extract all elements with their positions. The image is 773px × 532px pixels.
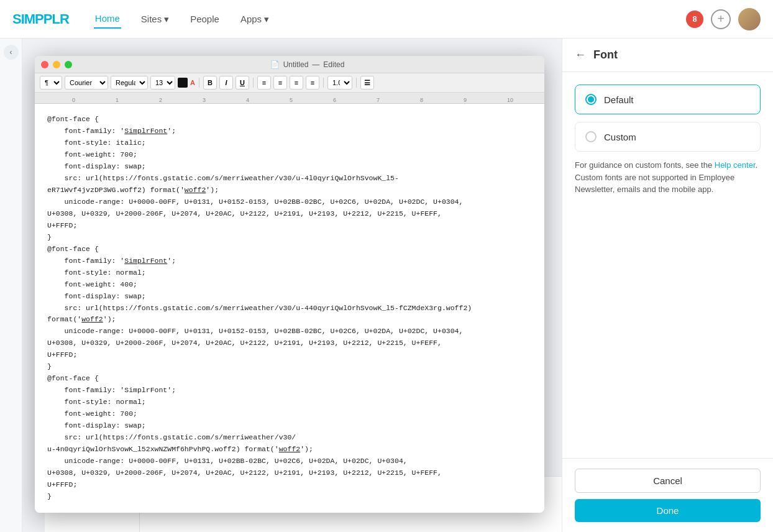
radio-dot (588, 96, 594, 103)
font-panel: ← Font Default Custom For guidance on cu… (562, 39, 773, 532)
top-navigation: SIMPPLR Home Sites ▾ People Apps ▾ 8 + (0, 0, 773, 39)
editor-filename: Untitled (283, 60, 309, 69)
main-area: ‹ 📄 Untitled — Edited ¶ (0, 39, 773, 532)
app-logo: SIMPPLR (12, 11, 69, 27)
editor-content[interactable]: @font-face { font-family: 'SimplrFont'; … (35, 104, 544, 513)
panel-header: ← Font (562, 39, 773, 72)
toolbar-divider-1 (199, 78, 199, 88)
nav-people[interactable]: People (189, 10, 221, 28)
text-editor-modal: 📄 Untitled — Edited ¶ Courier Regular (35, 56, 544, 513)
window-close-button[interactable] (41, 61, 48, 68)
chevron-down-icon: ▾ (264, 14, 269, 25)
help-note: Custom fonts are not supported in Employ… (575, 173, 734, 195)
editor-separator: — (312, 60, 319, 69)
text-color-btn[interactable]: A (190, 79, 195, 86)
ruler-marks: 0 1 2 3 4 5 6 7 8 9 10 (35, 93, 544, 103)
sidebar-toggle-button[interactable]: ‹ (4, 45, 19, 60)
add-button[interactable]: + (711, 9, 731, 29)
editor-title: 📄 Untitled — Edited (270, 60, 345, 69)
help-center-link[interactable]: Help center (715, 160, 756, 170)
editor-ruler: 0 1 2 3 4 5 6 7 8 9 10 (35, 93, 544, 104)
panel-footer: Cancel Done (562, 458, 773, 532)
avatar[interactable] (738, 8, 761, 30)
done-button[interactable]: Done (575, 499, 761, 522)
editor-status: Edited (323, 60, 344, 69)
window-maximize-button[interactable] (65, 61, 72, 68)
help-text-suffix: . (756, 160, 758, 170)
line-height-select[interactable]: 1.0 (327, 76, 352, 89)
help-text: For guidance on custom fonts, see the He… (575, 159, 761, 196)
help-text-prefix: For guidance on custom fonts, see the (575, 160, 715, 170)
avatar-image (738, 8, 761, 30)
bold-button[interactable]: B (203, 76, 217, 89)
underline-button[interactable]: U (236, 76, 249, 89)
notification-badge[interactable]: 8 (686, 11, 703, 28)
custom-option[interactable]: Custom (575, 122, 761, 152)
cancel-button[interactable]: Cancel (575, 469, 761, 493)
paragraph-select[interactable]: ¶ (40, 76, 62, 89)
nav-sites[interactable]: Sites ▾ (140, 10, 170, 29)
align-center-button[interactable]: ≡ (273, 76, 287, 89)
window-minimize-button[interactable] (53, 61, 60, 68)
code-block-3: @font-face { font-family: 'SimplrFont'; … (47, 373, 532, 503)
file-icon: 📄 (270, 60, 280, 69)
toolbar-divider-2 (253, 78, 254, 88)
default-label: Default (604, 94, 634, 105)
toolbar-divider-4 (356, 78, 357, 88)
panel-title: Font (593, 48, 618, 62)
align-right-button[interactable]: ≡ (290, 76, 303, 89)
nav-apps[interactable]: Apps ▾ (239, 10, 270, 29)
nav-home[interactable]: Home (94, 9, 121, 29)
panel-body: Default Custom For guidance on custom fo… (562, 72, 773, 458)
default-radio[interactable] (585, 94, 597, 105)
chevron-down-icon: ▾ (164, 14, 169, 25)
editor-toolbar: ¶ Courier Regular 13 A B I U ≡ ≡ (35, 73, 544, 93)
content-area: 📄 Untitled — Edited ¶ Courier Regular (22, 39, 562, 532)
style-select[interactable]: Regular (111, 76, 148, 89)
italic-button[interactable]: I (219, 76, 233, 89)
list-button[interactable]: ☰ (360, 76, 374, 89)
color-picker[interactable] (178, 78, 188, 88)
font-select[interactable]: Courier (65, 76, 108, 89)
editor-titlebar: 📄 Untitled — Edited (35, 56, 544, 73)
code-block-2: @font-face { font-family: 'SimplrFont'; … (47, 244, 532, 374)
back-button[interactable]: ← (575, 48, 586, 62)
custom-radio[interactable] (585, 131, 597, 142)
nav-links: Home Sites ▾ People Apps ▾ (94, 9, 270, 29)
size-select[interactable]: 13 (150, 76, 175, 89)
toolbar-divider-3 (323, 78, 324, 88)
custom-label: Custom (604, 132, 636, 142)
code-block-1: @font-face { font-family: 'SimplrFont'; … (47, 114, 532, 244)
align-left-button[interactable]: ≡ (257, 76, 271, 89)
default-option[interactable]: Default (575, 85, 761, 114)
sidebar-strip: ‹ (0, 39, 22, 532)
nav-right: 8 + (686, 8, 761, 30)
align-justify-button[interactable]: ≡ (306, 76, 319, 89)
